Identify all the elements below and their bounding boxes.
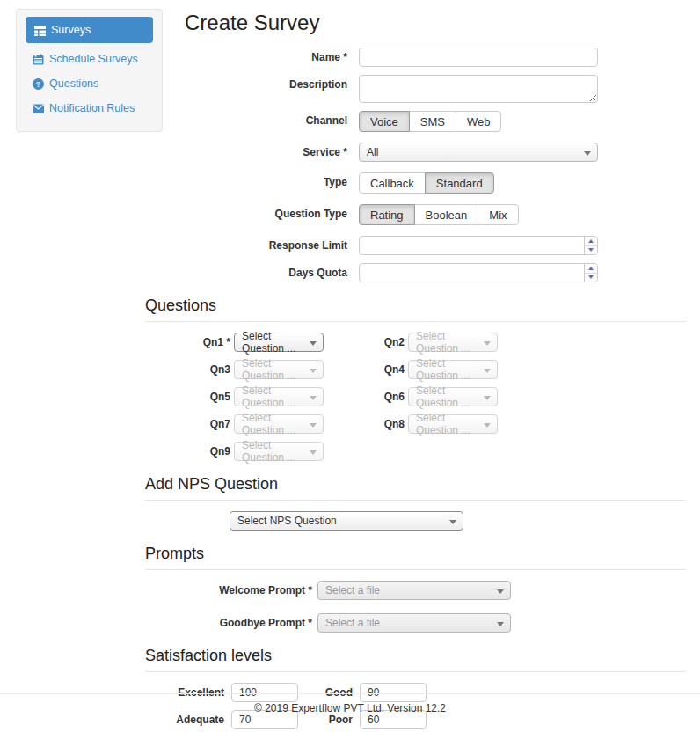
qn4-select: Select Question ... — [408, 360, 498, 379]
qn1-select[interactable]: Select Question ... — [234, 333, 324, 352]
days-quota-input[interactable] — [359, 263, 598, 282]
select-placeholder: Select Question ... — [416, 384, 479, 409]
select-placeholder: Select a file — [325, 617, 380, 629]
chevron-down-icon — [310, 450, 317, 455]
qn9-select: Select Question ... — [234, 442, 324, 461]
days-quota-label: Days Quota — [145, 263, 347, 279]
sidebar-item-questions[interactable]: ? Questions — [26, 71, 153, 96]
qn8-select: Select Question ... — [408, 414, 498, 434]
arrow-up-icon — [588, 239, 594, 243]
channel-web-button[interactable]: Web — [456, 111, 502, 132]
type-button-group: Callback Standard — [359, 172, 494, 194]
number-spinner — [584, 264, 597, 282]
sidebar-item-label: Notification Rules — [49, 102, 135, 114]
qn8-label: Qn8 — [324, 418, 405, 430]
nps-section-heading: Add NPS Question — [145, 475, 686, 501]
name-label: Name * — [145, 48, 347, 63]
welcome-prompt-label: Welcome Prompt * — [145, 584, 312, 597]
qn3-label: Qn3 — [145, 363, 230, 376]
page-title: Create Survey — [185, 11, 686, 35]
prompts-section-heading: Prompts — [145, 545, 686, 570]
sidebar: Surveys Schedule Surveys ? Questions Not… — [16, 9, 163, 132]
footer: © 2019 Expertflow PVT Ltd. Version 12.2 — [0, 693, 700, 714]
question-type-button-group: Rating Boolean Mix — [359, 204, 519, 225]
poor-label: Poor — [298, 714, 353, 726]
qn2-select: Select Question ... — [408, 333, 498, 352]
chevron-down-icon — [497, 622, 504, 626]
chevron-down-icon — [310, 341, 317, 346]
spinner-up-button[interactable] — [585, 237, 597, 246]
chevron-down-icon — [310, 369, 317, 373]
select-placeholder: Select Question ... — [242, 330, 305, 355]
select-placeholder: Select NPS Question — [237, 515, 337, 527]
qn2-label: Qn2 — [324, 336, 405, 348]
goodbye-prompt-select[interactable]: Select a file — [317, 613, 511, 633]
chevron-down-icon — [310, 423, 317, 428]
select-placeholder: Select Question ... — [242, 412, 305, 436]
number-spinner — [584, 237, 597, 254]
qn7-label: Qn7 — [145, 418, 230, 430]
channel-sms-button[interactable]: SMS — [409, 111, 456, 132]
service-selected-value: All — [367, 146, 378, 158]
footer-text: © 2019 Expertflow PVT Ltd. Version 12.2 — [254, 702, 446, 714]
description-label: Description — [145, 75, 347, 91]
arrow-down-icon — [588, 275, 594, 279]
question-type-boolean-button[interactable]: Boolean — [414, 204, 479, 225]
calendar-icon — [33, 54, 44, 65]
select-placeholder: Select Question ... — [242, 384, 305, 409]
nps-question-select[interactable]: Select NPS Question — [230, 511, 463, 531]
qn3-select: Select Question ... — [234, 360, 324, 379]
response-limit-input[interactable] — [359, 236, 598, 255]
create-survey-form: Create Survey Name * Description Channel… — [145, 9, 686, 732]
channel-voice-button[interactable]: Voice — [359, 111, 410, 132]
chevron-down-icon — [310, 396, 317, 400]
question-circle-icon: ? — [33, 78, 44, 90]
sidebar-item-schedule-surveys[interactable]: Schedule Surveys — [26, 47, 153, 71]
svg-text:?: ? — [36, 79, 41, 88]
select-placeholder: Select Question ... — [416, 357, 479, 382]
qn6-label: Qn6 — [324, 391, 405, 403]
chevron-down-icon — [484, 369, 491, 373]
type-callback-button[interactable]: Callback — [359, 172, 426, 194]
select-placeholder: Select Question ... — [416, 412, 479, 436]
arrow-down-icon — [588, 248, 594, 252]
select-placeholder: Select Question ... — [416, 330, 479, 355]
description-input[interactable] — [359, 75, 598, 103]
chevron-down-icon — [484, 423, 491, 428]
questions-section-heading: Questions — [145, 296, 686, 322]
satisfaction-section-heading: Satisfaction levels — [145, 647, 686, 672]
sidebar-item-surveys[interactable]: Surveys — [26, 17, 153, 43]
select-placeholder: Select Question ... — [242, 439, 305, 464]
spinner-up-button[interactable] — [585, 264, 597, 274]
adequate-label: Adequate — [145, 714, 224, 726]
envelope-icon — [33, 104, 44, 113]
spinner-down-button[interactable] — [585, 274, 597, 282]
sidebar-item-label: Schedule Surveys — [49, 53, 138, 65]
service-select[interactable]: All — [359, 143, 598, 162]
type-standard-button[interactable]: Standard — [425, 172, 494, 194]
question-type-label: Question Type — [145, 204, 347, 220]
question-type-mix-button[interactable]: Mix — [478, 204, 518, 225]
welcome-prompt-select[interactable]: Select a file — [317, 581, 511, 600]
qn5-select: Select Question ... — [234, 387, 324, 406]
days-quota-field — [359, 263, 598, 282]
select-placeholder: Select a file — [325, 584, 380, 597]
name-input[interactable] — [359, 48, 598, 67]
qn5-label: Qn5 — [145, 391, 230, 403]
chevron-down-icon — [484, 341, 491, 346]
list-icon — [34, 25, 46, 36]
select-placeholder: Select Question ... — [242, 357, 305, 382]
response-limit-field — [359, 236, 598, 255]
qn1-label: Qn1 * — [145, 336, 230, 348]
goodbye-prompt-label: Goodbye Prompt * — [145, 617, 312, 629]
question-type-rating-button[interactable]: Rating — [359, 204, 415, 225]
qn9-label: Qn9 — [145, 445, 230, 458]
response-limit-label: Response Limit — [145, 236, 347, 252]
sidebar-item-notification-rules[interactable]: Notification Rules — [26, 96, 153, 121]
spinner-down-button[interactable] — [585, 246, 597, 255]
chevron-down-icon — [484, 396, 491, 400]
chevron-down-icon — [449, 520, 456, 524]
chevron-down-icon — [584, 151, 591, 156]
service-label: Service * — [145, 143, 347, 158]
qn7-select: Select Question ... — [234, 414, 324, 434]
